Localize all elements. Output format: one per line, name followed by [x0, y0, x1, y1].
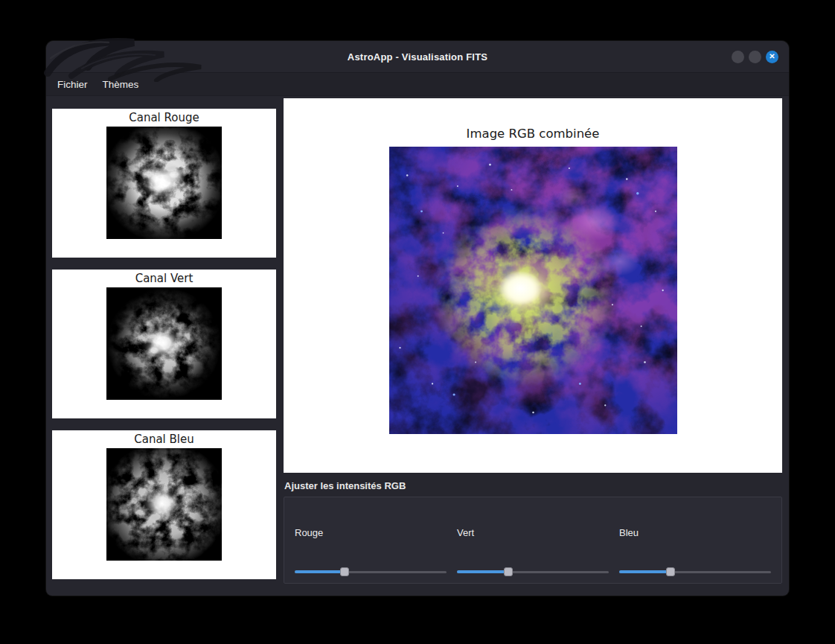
channel-title-rouge: Canal Rouge: [129, 111, 199, 124]
close-button[interactable]: ✕: [766, 51, 778, 63]
window-title: AstroApp - Visualisation FITS: [348, 51, 487, 63]
rgb-section: Image RGB combinée: [284, 98, 782, 591]
sliders-panel: Rouge Vert: [284, 497, 782, 584]
bleu-slider-label: Bleu: [619, 527, 771, 538]
rouge-slider[interactable]: [295, 567, 447, 577]
rouge-slider-handle[interactable]: [340, 567, 349, 576]
titlebar[interactable]: AstroApp - Visualisation FITS ✕: [46, 41, 789, 73]
slider-group-bleu: Bleu: [619, 497, 771, 583]
window-content: Canal Rouge: [46, 96, 789, 591]
slider-group-rouge: Rouge: [295, 497, 447, 583]
rouge-slider-label: Rouge: [295, 527, 447, 538]
channel-title-bleu: Canal Bleu: [134, 433, 194, 446]
canal-rouge-image: [106, 127, 222, 239]
rgb-combined-image: [389, 147, 677, 434]
rgb-image-title: Image RGB combinée: [284, 98, 782, 141]
adjust-section-label: Ajuster les intensités RGB: [284, 480, 782, 491]
channel-panels: Canal Rouge: [52, 109, 276, 591]
window-controls: ✕: [732, 41, 778, 72]
bleu-slider[interactable]: [619, 567, 771, 577]
bleu-slider-fill: [619, 570, 671, 573]
vert-slider-fill: [457, 570, 508, 573]
menu-item-fichier[interactable]: Fichier: [51, 76, 95, 93]
app-window: AstroApp - Visualisation FITS ✕ Fichier …: [46, 41, 789, 596]
desktop: AstroApp - Visualisation FITS ✕ Fichier …: [0, 0, 835, 644]
channel-card-rouge: Canal Rouge: [52, 109, 276, 258]
menu-item-themes[interactable]: Thèmes: [96, 76, 146, 93]
maximize-button[interactable]: [749, 51, 761, 63]
vert-slider-handle[interactable]: [504, 567, 513, 576]
bleu-slider-handle[interactable]: [666, 567, 675, 576]
channel-card-vert: Canal Vert: [52, 270, 276, 418]
canal-vert-image: [106, 287, 222, 400]
menubar: Fichier Thèmes: [46, 73, 789, 96]
minimize-button[interactable]: [732, 51, 744, 63]
channel-card-bleu: Canal Bleu: [52, 430, 276, 579]
slider-group-vert: Vert: [457, 497, 609, 583]
vert-slider-label: Vert: [457, 527, 609, 538]
vert-slider[interactable]: [457, 567, 609, 577]
canal-bleu-image: [106, 448, 222, 561]
rgb-preview-panel: Image RGB combinée: [284, 98, 782, 473]
channel-title-vert: Canal Vert: [135, 272, 193, 285]
rouge-slider-fill: [295, 570, 345, 573]
